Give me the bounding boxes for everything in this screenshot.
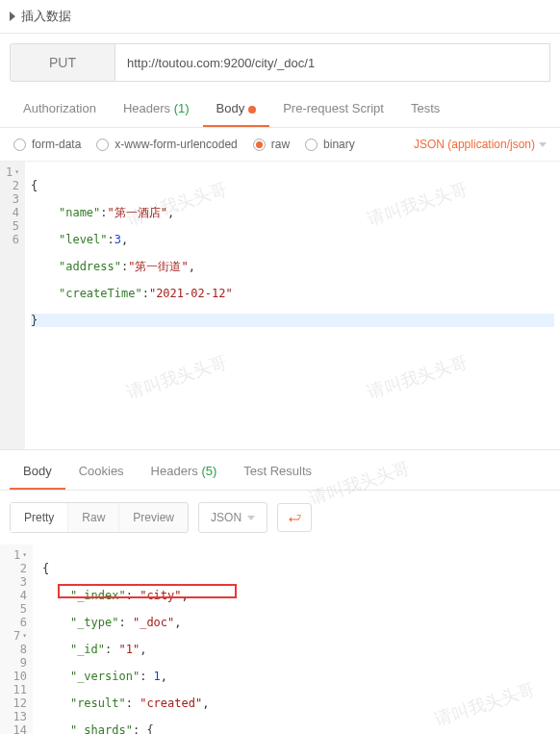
request-gutter: 1▾ 2 3 4 5 6 — [0, 162, 25, 449]
request-tabs: Authorization Headers (1) Body Pre-reque… — [0, 91, 560, 128]
unsaved-dot-icon — [248, 106, 256, 114]
tab-tests[interactable]: Tests — [397, 91, 453, 127]
http-method-select[interactable]: PUT — [10, 43, 115, 82]
tab-headers[interactable]: Headers (1) — [110, 91, 203, 127]
radio-form-data[interactable]: form-data — [13, 138, 81, 151]
view-pretty[interactable]: Pretty — [11, 503, 68, 532]
section-title: 插入数据 — [21, 8, 71, 25]
radio-urlencoded[interactable]: x-www-form-urlencoded — [96, 138, 237, 151]
view-raw[interactable]: Raw — [68, 503, 119, 532]
tab-body[interactable]: Body — [203, 91, 270, 127]
radio-raw[interactable]: raw — [253, 138, 290, 151]
tab-prerequest[interactable]: Pre-request Script — [269, 91, 397, 127]
radio-binary[interactable]: binary — [305, 138, 355, 151]
response-controls: Pretty Raw Preview JSON ⮐ — [0, 491, 560, 544]
tab-authorization[interactable]: Authorization — [10, 91, 110, 127]
request-row: PUT — [0, 34, 560, 91]
content-type-select[interactable]: JSON (application/json) — [414, 138, 547, 151]
view-mode-group: Pretty Raw Preview — [10, 502, 189, 533]
response-tabs: Body Cookies Headers (5) Test Results — [0, 454, 560, 491]
request-code[interactable]: { "name":"第一酒店", "level":3, "address":"第… — [25, 162, 560, 449]
response-format-select[interactable]: JSON — [198, 502, 267, 533]
resp-tab-body[interactable]: Body — [10, 454, 65, 490]
view-preview[interactable]: Preview — [119, 503, 188, 532]
response-code: { "_index": "city", "_type": "_doc", "_i… — [33, 544, 560, 734]
response-gutter: 1▾ 2 3 4 5 6 7▾ 8 9 10 11 12 13 14 — [0, 544, 33, 734]
section-header[interactable]: 插入数据 — [0, 0, 560, 34]
request-body-editor[interactable]: 1▾ 2 3 4 5 6 { "name":"第一酒店", "level":3,… — [0, 162, 560, 450]
wrap-lines-button[interactable]: ⮐ — [277, 503, 312, 532]
chevron-down-icon — [247, 516, 255, 520]
resp-tab-cookies[interactable]: Cookies — [65, 454, 138, 490]
response-body-editor[interactable]: 1▾ 2 3 4 5 6 7▾ 8 9 10 11 12 13 14 { "_i… — [0, 544, 560, 734]
body-config-row: form-data x-www-form-urlencoded raw bina… — [0, 128, 560, 162]
wrap-icon: ⮐ — [288, 510, 301, 525]
caret-right-icon — [10, 12, 15, 21]
chevron-down-icon — [539, 142, 547, 147]
resp-tab-headers[interactable]: Headers (5) — [138, 454, 231, 490]
url-input[interactable] — [115, 43, 550, 82]
resp-tab-tests[interactable]: Test Results — [230, 454, 325, 490]
